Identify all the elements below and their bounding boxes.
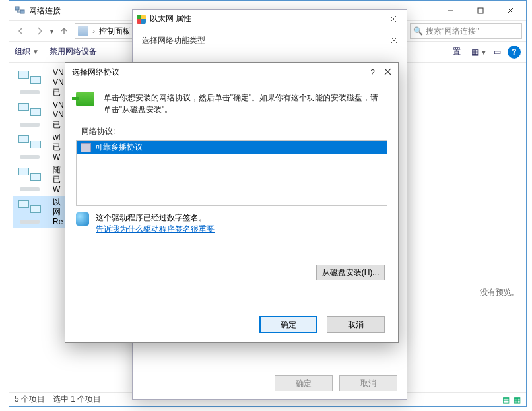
- svg-rect-0: [15, 7, 19, 10]
- folder-icon: [78, 26, 88, 36]
- dialog-titlebar: 以太网 属性: [133, 10, 407, 28]
- item-count: 5 个项目: [15, 394, 45, 405]
- close-button[interactable]: [384, 13, 403, 26]
- search-icon: 🔍: [413, 26, 423, 36]
- adapter-icon: [16, 68, 49, 97]
- diagnose-button[interactable]: 置: [453, 46, 461, 57]
- dialog-title: 以太网 属性: [150, 13, 191, 24]
- history-dropdown[interactable]: ▾: [50, 28, 53, 35]
- maximize-button[interactable]: [465, 1, 495, 20]
- protocol-list[interactable]: 可靠多播协议: [76, 140, 387, 206]
- instruction-text: 单击你想安装的网络协议，然后单击"确定"。如果你有这个功能的安装磁盘，请单击"从…: [104, 92, 385, 115]
- instruction-block: 单击你想安装的网络协议，然后单击"确定"。如果你有这个功能的安装磁盘，请单击"从…: [65, 82, 398, 123]
- selected-count: 选中 1 个项目: [53, 394, 101, 405]
- dialog-title: 选择网络协议: [72, 67, 119, 78]
- signed-text: 这个驱动程序已经过数字签名。: [96, 212, 215, 224]
- signature-info: 这个驱动程序已经过数字签名。 告诉我为什么驱动程序签名很重要: [65, 206, 398, 237]
- svg-rect-3: [478, 8, 483, 13]
- group-label: 网络协议:: [76, 123, 387, 140]
- protocol-item[interactable]: 可靠多播协议: [77, 141, 387, 154]
- dialog-titlebar: 选择网络协议 ?: [65, 63, 398, 82]
- close-button[interactable]: [495, 1, 525, 20]
- icons-view-icon[interactable]: ▦: [514, 395, 521, 404]
- preview-pane-text: 没有预览。: [480, 287, 519, 298]
- back-button[interactable]: [13, 23, 29, 39]
- help-button[interactable]: ?: [370, 68, 375, 77]
- up-button[interactable]: [56, 23, 72, 39]
- section-header: 选择网络功能类型: [133, 28, 407, 53]
- network-adapter-icon: [76, 92, 94, 106]
- shield-icon: [137, 15, 146, 24]
- disable-device-button[interactable]: 禁用网络设备: [50, 46, 97, 57]
- adapter-icon: [16, 165, 49, 194]
- svg-rect-1: [20, 10, 24, 13]
- search-input[interactable]: 🔍 搜索"网络连接": [410, 23, 522, 39]
- adapter-icon: [16, 133, 49, 162]
- ok-button[interactable]: 确定: [275, 375, 333, 391]
- window-title: 网络连接: [29, 5, 61, 16]
- minimize-button[interactable]: [436, 1, 465, 20]
- protocol-name: 可靠多播协议: [95, 142, 143, 153]
- details-view-icon[interactable]: ▤: [502, 395, 510, 404]
- forward-button[interactable]: [32, 23, 48, 39]
- adapter-icon: [16, 197, 49, 226]
- adapter-icon: [16, 100, 49, 129]
- breadcrumb-text: 控制面板: [99, 26, 131, 37]
- close-button[interactable]: [391, 36, 397, 46]
- protocol-icon: [81, 143, 91, 152]
- cancel-button[interactable]: 取消: [327, 316, 385, 333]
- ok-button[interactable]: 确定: [259, 316, 317, 333]
- shield-icon: [76, 212, 89, 226]
- help-icon[interactable]: ?: [508, 46, 521, 59]
- select-protocol-dialog: 选择网络协议 ? 单击你想安装的网络协议，然后单击"确定"。如果你有这个功能的安…: [65, 62, 399, 343]
- organize-menu[interactable]: 组织▼: [15, 46, 39, 57]
- install-from-disk-button[interactable]: 从磁盘安装(H)...: [316, 265, 385, 280]
- network-icon: [15, 5, 25, 17]
- preview-pane-icon[interactable]: ▭: [494, 47, 501, 57]
- search-placeholder: 搜索"网络连接": [426, 26, 479, 37]
- close-button[interactable]: [384, 68, 391, 77]
- view-menu-icon[interactable]: ▦ ▼: [471, 47, 487, 57]
- why-signing-link[interactable]: 告诉我为什么驱动程序签名很重要: [96, 224, 215, 234]
- cancel-button[interactable]: 取消: [339, 375, 397, 391]
